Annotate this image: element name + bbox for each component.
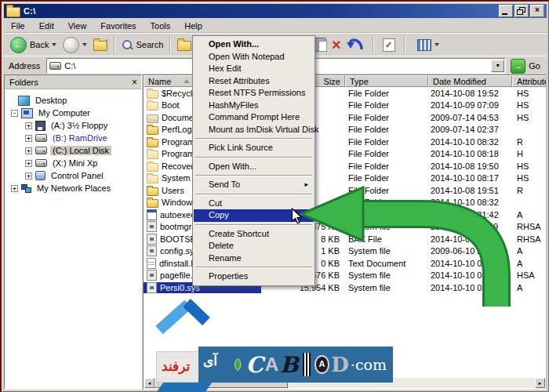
column-header-type[interactable]: Type — [345, 75, 428, 87]
menu-edit[interactable]: Edit — [32, 20, 61, 32]
barcode-glyph — [303, 353, 311, 376]
back-dropdown-icon[interactable] — [52, 43, 56, 46]
tree-item[interactable]: + (A:) 3½ Floppy — [5, 119, 141, 132]
scroll-right-icon[interactable]: ▸ — [535, 378, 545, 388]
context-menu-item[interactable]: Open With... — [194, 161, 314, 173]
delete-icon[interactable]: × — [332, 38, 341, 52]
file-date: 2014-10-10 08:32 — [428, 137, 512, 147]
expand-toggle[interactable]: + — [25, 135, 32, 142]
back-icon: ← — [10, 37, 27, 53]
window-title: C:\ — [24, 6, 36, 16]
file-attributes: R — [512, 137, 547, 147]
expand-toggle[interactable]: + — [25, 172, 32, 180]
file-date: 2009-07-14 04:53 — [428, 113, 512, 122]
tree-item-label: My Computer — [36, 108, 93, 118]
file-icon — [147, 90, 158, 99]
forward-dropdown-icon[interactable] — [82, 43, 87, 46]
views-button[interactable] — [414, 38, 442, 53]
watermark-banner: C A B A D ·com — [198, 347, 393, 383]
watermark-letter: A — [265, 354, 278, 376]
file-type: File Folder — [345, 100, 428, 110]
tree-item-label: My Network Places — [35, 183, 113, 193]
file-icon — [147, 114, 158, 123]
column-header-date[interactable]: Date Modified — [428, 75, 512, 87]
context-menu-item[interactable] — [195, 138, 312, 140]
menu-favorites[interactable]: Favorites — [93, 20, 143, 32]
tree-item-label: Control Panel — [49, 171, 106, 180]
close-button[interactable]: × — [530, 5, 544, 17]
circled-letter: A — [314, 355, 330, 374]
tree-item[interactable]: + (B:) RamDrive — [5, 132, 141, 144]
column-header-attributes[interactable]: Attributes — [512, 75, 547, 87]
expand-toggle[interactable]: + — [25, 147, 32, 154]
tree-item-icon — [35, 121, 45, 131]
search-button[interactable]: Search — [118, 38, 166, 52]
up-arrow-icon: ↑ — [104, 36, 108, 47]
file-icon — [147, 163, 158, 172]
tree-item[interactable]: + My Network Places — [5, 182, 141, 194]
minimize-button[interactable] — [499, 5, 513, 17]
file-icon — [147, 199, 158, 208]
file-name: Windows — [162, 198, 197, 207]
context-menu-item[interactable]: Reset NTFS Permissions — [194, 87, 314, 100]
expand-toggle[interactable]: + — [25, 122, 32, 129]
title-bar[interactable]: C:\ × — [4, 4, 547, 18]
forward-button[interactable]: → — [60, 35, 90, 55]
context-menu-item[interactable]: Open With Notepad — [194, 51, 314, 64]
tree-item[interactable]: Desktop — [5, 94, 141, 107]
tree-item-icon — [35, 159, 47, 167]
checkmark-icon[interactable]: ✓ — [383, 38, 395, 52]
watermark-arabic-text: آی — [203, 353, 217, 369]
menu-help[interactable]: Help — [177, 20, 209, 32]
paste-icon[interactable] — [314, 38, 326, 52]
file-icon — [147, 221, 157, 232]
file-name: Boot — [162, 100, 180, 110]
leaf-icon — [233, 356, 242, 373]
file-icon — [147, 282, 157, 293]
address-dropdown-button[interactable]: ▾ — [491, 60, 504, 72]
watermark-diagonal — [156, 382, 213, 392]
file-type: File Folder — [345, 125, 428, 134]
file-icon — [147, 187, 158, 196]
back-button[interactable]: ← Back — [7, 35, 60, 55]
context-menu-item[interactable] — [195, 175, 312, 176]
address-value: C:\ — [64, 61, 75, 71]
context-menu-item[interactable] — [195, 157, 312, 158]
watermark-domain: ·com — [351, 356, 387, 373]
tree-item[interactable]: + Control Panel — [5, 169, 141, 182]
context-menu-item[interactable]: Open With... — [194, 38, 314, 51]
blue-chevron-annotation — [151, 296, 217, 335]
context-menu-item[interactable]: Pick Link Source — [194, 142, 314, 154]
expand-toggle[interactable]: + — [11, 185, 18, 192]
context-menu-item[interactable]: Mount as ImDisk Virtual Disk — [194, 124, 314, 136]
go-button[interactable]: → Go — [511, 59, 547, 74]
undo-icon[interactable] — [347, 38, 364, 52]
tree-item[interactable]: + (C:) Local Disk — [5, 144, 141, 157]
green-arrow-annotation — [291, 177, 526, 314]
file-attributes: HS — [512, 113, 547, 122]
up-button[interactable]: ↑ — [90, 37, 111, 53]
expand-toggle[interactable]: + — [25, 160, 32, 167]
file-icon — [147, 126, 158, 135]
toolbar-separator — [114, 36, 115, 53]
tree-item-icon — [35, 147, 47, 154]
context-menu-item[interactable]: Hex Edit — [194, 63, 314, 75]
file-type: File Folder — [345, 162, 428, 171]
scroll-left-icon[interactable]: ◂ — [144, 378, 155, 388]
context-menu-item[interactable]: HashMyFiles — [194, 100, 314, 112]
file-type: File Folder — [345, 89, 428, 98]
tree-item[interactable]: - My Computer — [5, 107, 141, 119]
menu-tools[interactable]: Tools — [144, 20, 178, 32]
tree-item-label: Desktop — [33, 96, 69, 105]
menu-file[interactable]: File — [4, 20, 32, 32]
file-attributes: HS — [512, 100, 547, 110]
toolbar-separator — [169, 36, 171, 53]
tree-item[interactable]: + (X:) Mini Xp — [5, 157, 141, 169]
context-menu-item[interactable]: Reset Attributes — [194, 75, 314, 88]
menu-view[interactable]: View — [61, 20, 94, 32]
expand-toggle[interactable]: - — [11, 110, 18, 117]
restore-button[interactable] — [514, 5, 529, 17]
file-icon — [147, 209, 157, 220]
context-menu-item[interactable]: Command Prompt Here — [194, 111, 314, 124]
close-panel-icon[interactable]: × — [132, 78, 137, 87]
